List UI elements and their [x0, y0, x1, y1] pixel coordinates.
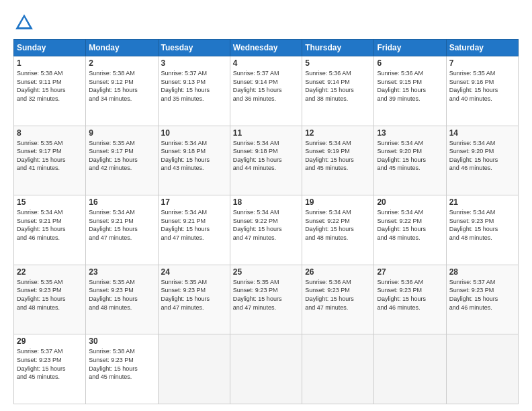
day-info: Sunrise: 5:36 AM Sunset: 9:23 PM Dayligh… — [305, 278, 371, 312]
calendar-cell: 10Sunrise: 5:34 AM Sunset: 9:18 PM Dayli… — [158, 126, 230, 195]
day-number: 16 — [89, 197, 154, 207]
day-info: Sunrise: 5:34 AM Sunset: 9:22 PM Dayligh… — [233, 208, 299, 242]
calendar-cell — [158, 334, 230, 404]
day-info: Sunrise: 5:36 AM Sunset: 9:23 PM Dayligh… — [377, 278, 443, 312]
calendar-cell: 3Sunrise: 5:37 AM Sunset: 9:13 PM Daylig… — [158, 56, 230, 126]
day-number: 11 — [233, 128, 299, 138]
calendar-cell: 25Sunrise: 5:35 AM Sunset: 9:23 PM Dayli… — [230, 265, 302, 334]
day-info: Sunrise: 5:37 AM Sunset: 9:14 PM Dayligh… — [233, 69, 299, 103]
day-number: 9 — [89, 128, 154, 138]
calendar-cell: 27Sunrise: 5:36 AM Sunset: 9:23 PM Dayli… — [374, 265, 446, 334]
calendar-cell: 21Sunrise: 5:34 AM Sunset: 9:23 PM Dayli… — [446, 195, 518, 265]
calendar-cell: 29Sunrise: 5:37 AM Sunset: 9:23 PM Dayli… — [14, 334, 86, 404]
day-number: 23 — [89, 267, 154, 277]
day-info: Sunrise: 5:34 AM Sunset: 9:19 PM Dayligh… — [305, 139, 371, 173]
calendar-cell: 22Sunrise: 5:35 AM Sunset: 9:23 PM Dayli… — [14, 265, 86, 334]
day-number: 5 — [305, 58, 371, 68]
day-number: 7 — [449, 58, 515, 68]
logo-icon — [13, 12, 35, 34]
calendar-cell: 19Sunrise: 5:34 AM Sunset: 9:22 PM Dayli… — [302, 195, 374, 265]
calendar-cell: 30Sunrise: 5:38 AM Sunset: 9:23 PM Dayli… — [86, 334, 158, 404]
calendar-week-3: 15Sunrise: 5:34 AM Sunset: 9:21 PM Dayli… — [14, 195, 519, 265]
header — [13, 12, 519, 34]
weekday-header-tuesday: Tuesday — [158, 40, 230, 56]
day-number: 27 — [377, 267, 443, 277]
calendar-cell: 15Sunrise: 5:34 AM Sunset: 9:21 PM Dayli… — [14, 195, 86, 265]
day-info: Sunrise: 5:35 AM Sunset: 9:17 PM Dayligh… — [89, 139, 154, 173]
calendar-table: SundayMondayTuesdayWednesdayThursdayFrid… — [13, 39, 519, 404]
day-number: 24 — [161, 267, 227, 277]
calendar-cell: 14Sunrise: 5:34 AM Sunset: 9:20 PM Dayli… — [446, 126, 518, 195]
calendar-cell — [302, 334, 374, 404]
day-info: Sunrise: 5:35 AM Sunset: 9:23 PM Dayligh… — [161, 278, 227, 312]
day-number: 13 — [377, 128, 443, 138]
calendar-week-1: 1Sunrise: 5:38 AM Sunset: 9:11 PM Daylig… — [14, 56, 519, 126]
calendar-cell — [230, 334, 302, 404]
calendar-cell: 23Sunrise: 5:35 AM Sunset: 9:23 PM Dayli… — [86, 265, 158, 334]
calendar-week-4: 22Sunrise: 5:35 AM Sunset: 9:23 PM Dayli… — [14, 265, 519, 334]
day-info: Sunrise: 5:36 AM Sunset: 9:14 PM Dayligh… — [305, 69, 371, 103]
calendar-cell: 16Sunrise: 5:34 AM Sunset: 9:21 PM Dayli… — [86, 195, 158, 265]
day-info: Sunrise: 5:35 AM Sunset: 9:23 PM Dayligh… — [233, 278, 299, 312]
page: SundayMondayTuesdayWednesdayThursdayFrid… — [0, 0, 532, 411]
calendar-cell: 5Sunrise: 5:36 AM Sunset: 9:14 PM Daylig… — [302, 56, 374, 126]
weekday-header-monday: Monday — [86, 40, 158, 56]
calendar-cell — [446, 334, 518, 404]
day-number: 30 — [89, 336, 154, 346]
calendar-cell: 13Sunrise: 5:34 AM Sunset: 9:20 PM Dayli… — [374, 126, 446, 195]
day-number: 12 — [305, 128, 371, 138]
calendar-cell: 7Sunrise: 5:35 AM Sunset: 9:16 PM Daylig… — [446, 56, 518, 126]
day-number: 2 — [89, 58, 154, 68]
day-info: Sunrise: 5:37 AM Sunset: 9:23 PM Dayligh… — [449, 278, 515, 312]
day-number: 17 — [161, 197, 227, 207]
day-info: Sunrise: 5:37 AM Sunset: 9:13 PM Dayligh… — [161, 69, 227, 103]
day-number: 10 — [161, 128, 227, 138]
weekday-header-sunday: Sunday — [14, 40, 86, 56]
weekday-header-wednesday: Wednesday — [230, 40, 302, 56]
weekday-header-saturday: Saturday — [446, 40, 518, 56]
day-info: Sunrise: 5:34 AM Sunset: 9:22 PM Dayligh… — [377, 208, 443, 242]
calendar-week-5: 29Sunrise: 5:37 AM Sunset: 9:23 PM Dayli… — [14, 334, 519, 404]
weekday-header-thursday: Thursday — [302, 40, 374, 56]
calendar-cell: 1Sunrise: 5:38 AM Sunset: 9:11 PM Daylig… — [14, 56, 86, 126]
calendar-cell: 2Sunrise: 5:38 AM Sunset: 9:12 PM Daylig… — [86, 56, 158, 126]
day-info: Sunrise: 5:35 AM Sunset: 9:23 PM Dayligh… — [89, 278, 154, 312]
day-info: Sunrise: 5:34 AM Sunset: 9:22 PM Dayligh… — [305, 208, 371, 242]
calendar-week-2: 8Sunrise: 5:35 AM Sunset: 9:17 PM Daylig… — [14, 126, 519, 195]
day-info: Sunrise: 5:36 AM Sunset: 9:15 PM Dayligh… — [377, 69, 443, 103]
day-number: 6 — [377, 58, 443, 68]
day-info: Sunrise: 5:34 AM Sunset: 9:21 PM Dayligh… — [17, 208, 83, 242]
day-number: 1 — [17, 58, 83, 68]
day-number: 15 — [17, 197, 83, 207]
calendar-cell — [374, 334, 446, 404]
day-info: Sunrise: 5:34 AM Sunset: 9:18 PM Dayligh… — [233, 139, 299, 173]
calendar-cell: 4Sunrise: 5:37 AM Sunset: 9:14 PM Daylig… — [230, 56, 302, 126]
day-info: Sunrise: 5:34 AM Sunset: 9:18 PM Dayligh… — [161, 139, 227, 173]
day-number: 22 — [17, 267, 83, 277]
calendar-cell: 9Sunrise: 5:35 AM Sunset: 9:17 PM Daylig… — [86, 126, 158, 195]
day-number: 3 — [161, 58, 227, 68]
calendar-cell: 18Sunrise: 5:34 AM Sunset: 9:22 PM Dayli… — [230, 195, 302, 265]
calendar-cell: 28Sunrise: 5:37 AM Sunset: 9:23 PM Dayli… — [446, 265, 518, 334]
day-info: Sunrise: 5:34 AM Sunset: 9:23 PM Dayligh… — [449, 208, 515, 242]
day-info: Sunrise: 5:35 AM Sunset: 9:17 PM Dayligh… — [17, 139, 83, 173]
calendar-cell: 11Sunrise: 5:34 AM Sunset: 9:18 PM Dayli… — [230, 126, 302, 195]
day-info: Sunrise: 5:34 AM Sunset: 9:20 PM Dayligh… — [449, 139, 515, 173]
day-number: 26 — [305, 267, 371, 277]
weekday-header-row: SundayMondayTuesdayWednesdayThursdayFrid… — [14, 40, 519, 56]
logo — [13, 12, 38, 34]
calendar-cell: 20Sunrise: 5:34 AM Sunset: 9:22 PM Dayli… — [374, 195, 446, 265]
day-number: 14 — [449, 128, 515, 138]
calendar-cell: 6Sunrise: 5:36 AM Sunset: 9:15 PM Daylig… — [374, 56, 446, 126]
day-number: 4 — [233, 58, 299, 68]
day-number: 18 — [233, 197, 299, 207]
day-info: Sunrise: 5:34 AM Sunset: 9:21 PM Dayligh… — [89, 208, 154, 242]
day-number: 29 — [17, 336, 83, 346]
day-info: Sunrise: 5:38 AM Sunset: 9:23 PM Dayligh… — [89, 347, 154, 381]
calendar-cell: 26Sunrise: 5:36 AM Sunset: 9:23 PM Dayli… — [302, 265, 374, 334]
day-number: 19 — [305, 197, 371, 207]
weekday-header-friday: Friday — [374, 40, 446, 56]
day-info: Sunrise: 5:35 AM Sunset: 9:23 PM Dayligh… — [17, 278, 83, 312]
calendar-cell: 24Sunrise: 5:35 AM Sunset: 9:23 PM Dayli… — [158, 265, 230, 334]
day-number: 21 — [449, 197, 515, 207]
